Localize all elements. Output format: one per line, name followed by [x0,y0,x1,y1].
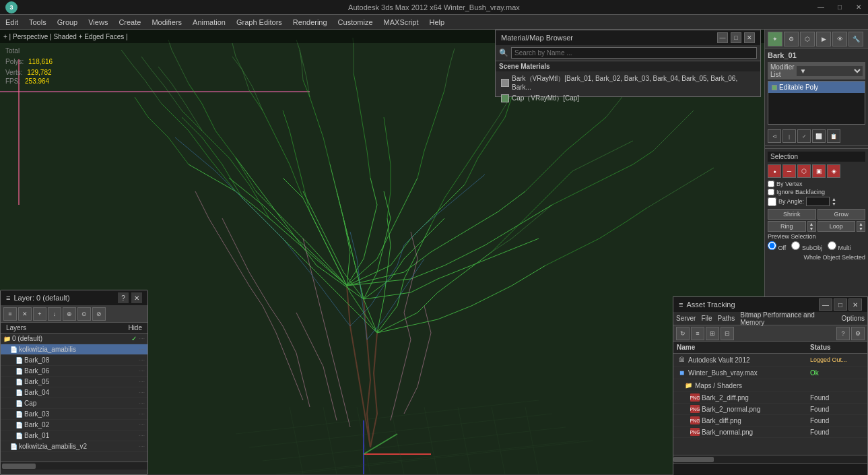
asset-menu-server[interactable]: Server [676,315,696,322]
mod-icon-4[interactable]: ⬜ [812,129,826,143]
layer-item-bark08[interactable]: 📄 Bark_08 ···· [1,355,147,366]
menu-help[interactable]: Help [424,17,450,28]
layers-tb-icon-7[interactable]: ⊘ [92,307,106,321]
rp-utilities-icon[interactable]: 🔧 [848,32,863,46]
maximize-button[interactable]: □ [830,0,849,15]
asset-close-button[interactable]: ✕ [848,298,862,311]
asset-item-bark2normal[interactable]: PNG Bark_2_normal.png Found [673,404,867,415]
sel-border-icon[interactable]: ⬡ [797,164,811,178]
rp-create-icon[interactable]: ✦ [768,32,782,46]
layer-item-kolkwitzia-v2[interactable]: 📄 kolkwitzia_amabilis_v2 ···· [1,441,147,452]
layer-item-bark05[interactable]: 📄 Bark_05 ···· [1,377,147,387]
menu-modifiers[interactable]: Modifiers [146,17,187,28]
sel-edge-icon[interactable]: ─ [782,164,796,178]
menu-rendering[interactable]: Rendering [288,17,333,28]
menu-edit[interactable]: Edit [0,17,24,28]
layer-item-bark01[interactable]: 📄 Bark_01 ···· [1,431,147,441]
asset-tb-grid[interactable]: ⊞ [706,327,719,340]
asset-minimize-button[interactable]: — [819,298,832,311]
menu-tools[interactable]: Tools [24,17,52,28]
mat-search-input[interactable] [511,47,757,59]
layers-tb-icon-4[interactable]: ↓ [48,307,61,321]
loop-up-arrow[interactable]: ▲ [859,222,863,226]
multi-radio[interactable] [828,241,836,250]
rp-display-icon[interactable]: 👁 [832,32,847,46]
layers-help-button[interactable]: ? [118,292,129,303]
layer-item-default[interactable]: 📁 0 (default) ✓ ···· [1,334,147,344]
layers-tb-icon-1[interactable]: ≡ [3,307,17,321]
menu-customize[interactable]: Customize [333,17,378,28]
asset-scrollbar-thumb[interactable] [673,457,714,462]
mat-item-bark[interactable]: Bark（VRayMtl）[Bark_01, Bark_02, Bark_03,… [499,73,757,92]
asset-item-maps[interactable]: 📁 Maps / Shaders [673,379,867,392]
angle-down-arrow[interactable]: ▼ [832,201,836,206]
mod-icon-5[interactable]: 📋 [827,129,840,143]
grow-button[interactable]: Grow [817,209,866,220]
menu-create[interactable]: Create [113,17,146,28]
asset-list: 🏛 Autodesk Vault 2012 Logged Out... ◼ Wi… [673,354,867,455]
asset-tb-list[interactable]: ≡ [691,327,704,340]
layer-item-bark06[interactable]: 📄 Bark_06 ···· [1,366,147,377]
by-angle-checkbox[interactable] [768,197,776,206]
menu-group[interactable]: Group [52,17,84,28]
asset-item-vault[interactable]: 🏛 Autodesk Vault 2012 Logged Out... [673,354,867,367]
mat-item-cap[interactable]: Cap（VRayMtl）[Cap] [499,92,757,104]
layer-item-bark03[interactable]: 📄 Bark_03 ···· [1,409,147,420]
sel-vertex-icon[interactable]: ⬥ [768,164,781,178]
loop-down-arrow[interactable]: ▼ [859,226,863,231]
layers-tb-add[interactable]: + [33,307,46,321]
by-angle-input[interactable]: 45.0 [806,197,830,206]
by-vertex-checkbox[interactable] [768,181,774,187]
close-button[interactable]: ✕ [849,0,868,15]
loop-button[interactable]: Loop [817,221,856,232]
layers-tb-icon-5[interactable]: ⊕ [63,307,76,321]
sel-element-icon[interactable]: ◈ [827,164,840,178]
ignore-backfacing-checkbox[interactable] [768,189,774,195]
asset-tb-icon4[interactable]: ⊟ [721,327,734,340]
layers-close-button[interactable]: ✕ [131,292,142,303]
angle-up-arrow[interactable]: ▲ [832,197,836,201]
menu-maxscript[interactable]: MAXScript [378,17,424,28]
subobj-radio[interactable] [791,241,800,250]
layer-item-cap[interactable]: 📄 Cap ···· [1,398,147,409]
rp-motion-icon[interactable]: ▶ [816,32,831,46]
ring-button[interactable]: Ring [768,221,806,232]
ring-down-arrow[interactable]: ▼ [809,226,814,231]
asset-menu-paths[interactable]: Paths [718,315,735,322]
asset-item-max[interactable]: ◼ Winter_Bush_vray.max Ok [673,367,867,379]
off-radio[interactable] [768,241,776,250]
ring-up-arrow[interactable]: ▲ [809,222,814,226]
asset-menu-file[interactable]: File [701,315,712,322]
mod-icon-3[interactable]: ✓ [797,129,811,143]
layer-item-bark02[interactable]: 📄 Bark_02 ···· [1,420,147,431]
rp-hierarchy-icon[interactable]: ⬡ [800,32,815,46]
mat-browser-minimize[interactable]: — [717,32,728,43]
layer-item-bark04[interactable]: 📄 Bark_04 ···· [1,387,147,398]
layers-scrollbar-thumb[interactable] [2,464,36,469]
mat-browser-maximize[interactable]: □ [731,32,741,43]
mod-icon-2[interactable]: | [782,129,796,143]
menu-graph-editors[interactable]: Graph Editors [231,17,288,28]
asset-item-barknormal[interactable]: PNG Bark_normal.png Found [673,426,867,438]
menu-animation[interactable]: Animation [187,17,231,28]
layers-tb-delete[interactable]: ✕ [18,307,32,321]
layers-tb-icon-6[interactable]: ⊙ [77,307,91,321]
editable-poly-item[interactable]: Editable Poly [768,82,865,93]
sel-poly-icon[interactable]: ▣ [812,164,826,178]
asset-menu-options[interactable]: Options [842,315,865,322]
asset-item-bark2diff[interactable]: PNG Bark_2_diff.png Found [673,392,867,404]
mod-icon-1[interactable]: ⊲ [768,129,781,143]
shrink-button[interactable]: Shrink [768,209,816,220]
minimize-button[interactable]: — [811,0,830,15]
modifier-dropdown[interactable]: ▼ [797,66,863,76]
mat-browser-close[interactable]: ✕ [744,32,755,43]
asset-item-barkdiff[interactable]: PNG Bark_diff.png Found [673,415,867,426]
asset-tb-help[interactable]: ? [836,327,850,340]
rp-modify-icon[interactable]: ⚙ [784,32,799,46]
layer-item-kolkwitzia[interactable]: 📄 kolkwitzia_amabilis ···· [1,344,147,355]
asset-tb-refresh[interactable]: ↻ [676,327,690,340]
asset-maximize-button[interactable]: □ [834,298,847,311]
asset-menu-bitmap[interactable]: Bitmap Performance and Memory [740,311,836,326]
asset-tb-settings[interactable]: ⚙ [851,327,865,340]
menu-views[interactable]: Views [83,17,113,28]
